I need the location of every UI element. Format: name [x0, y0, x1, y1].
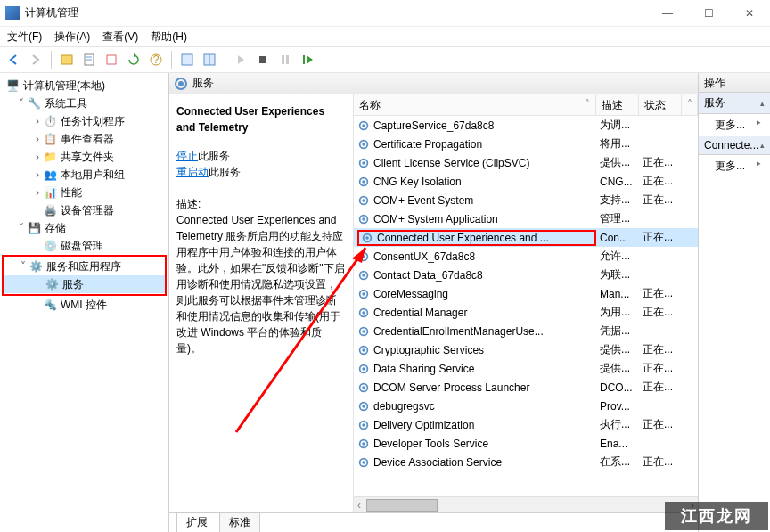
restart-button[interactable] [298, 50, 317, 70]
horizontal-scrollbar[interactable]: ‹ › [354, 496, 698, 512]
menu-view[interactable]: 查看(V) [102, 29, 138, 45]
service-stat: 正在... [639, 361, 682, 376]
view2-button[interactable] [200, 50, 219, 70]
tree-disk-management[interactable]: 💿磁盘管理 [2, 237, 167, 255]
col-header-stat[interactable]: 状态 [639, 94, 682, 115]
service-name: debugregsvc [373, 400, 435, 413]
refresh-button[interactable] [124, 50, 143, 70]
menu-help[interactable]: 帮助(H) [151, 29, 187, 45]
service-row[interactable]: debugregsvcProv... [354, 397, 698, 415]
service-row[interactable]: DCOM Server Process LauncherDCO...正在... [354, 378, 698, 397]
svg-point-45 [362, 405, 365, 408]
service-desc: 提供... [596, 342, 639, 357]
action-more-1[interactable]: 更多...▸ [699, 114, 770, 136]
view1-button[interactable] [177, 50, 197, 70]
description-label: 描述: [176, 196, 346, 212]
service-row[interactable]: Certificate Propagation将用... [354, 135, 698, 153]
service-row[interactable]: COM+ System Application管理... [354, 209, 698, 228]
tree-storage[interactable]: ˅💾存储 [2, 219, 167, 237]
menu-file[interactable]: 文件(F) [7, 29, 42, 45]
scroll-up-button[interactable]: ˄ [682, 94, 698, 115]
svg-point-19 [362, 161, 365, 165]
tree-performance[interactable]: ›📊性能 [2, 184, 167, 201]
play-button[interactable] [231, 50, 250, 70]
service-desc: 执行... [596, 417, 639, 432]
service-stat: 正在... [639, 192, 682, 208]
service-row[interactable]: Contact Data_67da8c8为联... [354, 266, 698, 284]
col-header-desc[interactable]: 描述 [596, 94, 639, 115]
tree-shared-folders[interactable]: ›📁共享文件夹 [2, 148, 167, 166]
service-row[interactable]: CNG Key IsolationCNG...正在... [354, 172, 698, 191]
show-hide-button[interactable] [57, 50, 77, 70]
service-stat: 正在... [639, 286, 682, 301]
tree-event-viewer[interactable]: ›📋事件查看器 [2, 130, 167, 148]
tree-services[interactable]: ⚙️服务 [4, 275, 165, 293]
service-name: COM+ Event System [373, 194, 473, 207]
service-row[interactable]: Connected User Experiences and ...Con...… [354, 228, 698, 247]
service-desc: Ena... [596, 438, 639, 450]
service-row[interactable]: Developer Tools ServiceEna... [354, 434, 698, 453]
action-group-services[interactable]: 服务▴ [699, 93, 770, 114]
stop-button[interactable] [253, 50, 273, 70]
service-stat: 正在... [639, 342, 682, 357]
help-button[interactable]: ? [146, 50, 166, 70]
tree-device-manager[interactable]: 🖨️设备管理器 [2, 201, 167, 219]
service-row[interactable]: CoreMessagingMan...正在... [354, 284, 698, 303]
action-group-connected[interactable]: Connecte...▴ [699, 136, 770, 155]
service-row[interactable]: ConsentUX_67da8c8允许... [354, 247, 698, 266]
service-name: Credential Manager [373, 307, 467, 319]
nav-back-button[interactable] [4, 50, 23, 70]
service-desc: 在系... [596, 454, 639, 470]
properties-button[interactable] [79, 50, 99, 70]
service-name: ConsentUX_67da8c8 [373, 250, 475, 263]
service-row[interactable]: Delivery Optimization执行...正在... [354, 415, 698, 434]
tree-root[interactable]: 🖥️计算机管理(本地) [2, 77, 167, 94]
minimize-button[interactable]: — [647, 0, 688, 27]
service-name: Contact Data_67da8c8 [373, 269, 483, 282]
nav-forward-button[interactable] [26, 50, 45, 70]
svg-point-21 [362, 180, 365, 184]
service-row[interactable]: COM+ Event System支持...正在... [354, 191, 698, 209]
service-name: DCOM Server Process Launcher [373, 381, 529, 394]
service-row[interactable]: Device Association Service在系...正在... [354, 453, 698, 471]
tab-standard[interactable]: 标准 [219, 512, 260, 532]
tree-local-users[interactable]: ›👥本地用户和组 [2, 166, 167, 184]
restart-service-link[interactable]: 重启动 [176, 166, 209, 178]
stop-service-link[interactable]: 停止 [176, 150, 198, 162]
service-row[interactable]: Data Sharing Service提供...正在... [354, 359, 698, 378]
watermark: 江西龙网 [665, 502, 768, 530]
tree-wmi[interactable]: 🔩WMI 控件 [2, 296, 167, 314]
service-row[interactable]: CredentialEnrollmentManagerUse...凭据... [354, 322, 698, 340]
tab-extended[interactable]: 扩展 [176, 512, 217, 532]
svg-rect-7 [182, 54, 192, 65]
service-desc: Prov... [596, 400, 639, 413]
service-name: Certificate Propagation [373, 138, 482, 151]
service-desc: 提供... [596, 155, 639, 170]
action-more-2[interactable]: 更多...▸ [699, 155, 770, 177]
tree-system-tools[interactable]: ˅🔧系统工具 [2, 94, 167, 112]
tree-services-apps[interactable]: ˅⚙️服务和应用程序 [4, 258, 165, 275]
toolbar: ? [0, 46, 770, 73]
service-desc: 凭据... [596, 323, 639, 339]
col-header-name[interactable]: 名称 ˄ [354, 94, 596, 115]
service-desc: 提供... [596, 361, 639, 376]
service-row[interactable]: CaptureService_67da8c8为调... [354, 116, 698, 135]
service-desc: 为联... [596, 267, 639, 282]
service-row[interactable]: Cryptographic Services提供...正在... [354, 340, 698, 359]
export-button[interactable] [102, 50, 121, 70]
service-row[interactable]: Client License Service (ClipSVC)提供...正在.… [354, 153, 698, 172]
services-header: 服务 [169, 73, 698, 94]
menu-action[interactable]: 操作(A) [54, 29, 90, 45]
service-row[interactable]: Credential Manager为用...正在... [354, 303, 698, 322]
service-desc: CNG... [596, 176, 639, 188]
pause-button[interactable] [275, 50, 295, 70]
service-name: CredentialEnrollmentManagerUse... [373, 325, 544, 338]
tree-task-scheduler[interactable]: ›⏱️任务计划程序 [2, 112, 167, 130]
service-name: Device Association Service [373, 456, 502, 469]
service-name: CaptureService_67da8c8 [373, 119, 494, 132]
svg-point-39 [362, 348, 365, 352]
close-button[interactable]: ✕ [729, 0, 770, 27]
app-icon [5, 6, 20, 20]
maximize-button[interactable]: ☐ [688, 0, 729, 27]
service-desc: 管理... [596, 211, 639, 226]
